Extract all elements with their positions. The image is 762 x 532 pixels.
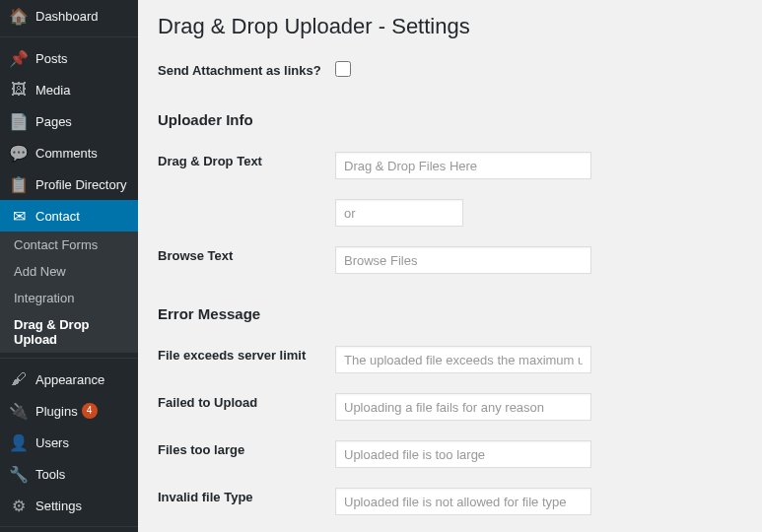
failed-upload-input[interactable] [335,393,591,421]
failed-upload-label: Failed to Upload [158,383,335,431]
plugins-icon: 🔌 [10,402,28,420]
sidebar-item-settings[interactable]: ⚙ Settings [0,490,138,521]
contact-icon: ✉ [10,207,28,225]
menu-separator [0,36,138,37]
sidebar-item-label: Users [35,435,69,450]
plugins-badge: 4 [82,403,98,419]
sidebar-item-contact[interactable]: ✉ Contact [0,200,138,232]
sidebar-item-pages[interactable]: 📄 Pages [0,105,138,137]
dashboard-icon: 🏠 [10,7,28,25]
sidebar-item-media[interactable]: 🖼 Media [0,74,138,105]
sidebar-item-label: Media [35,83,70,98]
users-icon: 👤 [10,433,28,451]
files-too-large-input[interactable] [335,440,591,468]
sidebar-item-label: Comments [35,146,98,161]
sidebar-item-tools[interactable]: 🔧 Tools [0,458,138,490]
send-attachment-checkbox[interactable] [335,61,351,77]
sidebar-item-comments[interactable]: 💬 Comments [0,137,138,168]
sidebar-item-label: Appearance [35,372,104,387]
tools-icon: 🔧 [10,465,28,483]
sidebar-item-dashboard[interactable]: 🏠 Dashboard [0,0,138,32]
sidebar-item-posts[interactable]: 📌 Posts [0,42,138,74]
drag-drop-text-input[interactable] [335,152,591,179]
exceeds-server-limit-label: File exceeds server limit [158,336,335,383]
invalid-file-type-input[interactable] [335,488,591,515]
sidebar-submenu-contact: Contact Forms Add New Integration Drag &… [0,232,138,353]
error-message-heading: Error Message [158,305,742,322]
settings-icon: ⚙ [10,497,28,514]
comments-icon: 💬 [10,144,28,162]
admin-sidebar: 🏠 Dashboard 📌 Posts 🖼 Media 📄 Pages 💬 Co… [0,0,138,532]
separator-text-input[interactable] [335,199,463,227]
sidebar-item-label: Posts [35,51,68,66]
sidebar-item-profile-directory[interactable]: 📋 Profile Directory [0,168,138,200]
media-icon: 🖼 [10,81,28,99]
sidebar-item-appearance[interactable]: 🖌 Appearance [0,364,138,395]
profile-icon: 📋 [10,175,28,193]
sidebar-item-label: Contact [35,209,80,224]
submenu-item-integration[interactable]: Integration [0,285,138,311]
invalid-file-type-label: Invalid file Type [158,478,335,525]
sidebar-item-label: Dashboard [35,9,99,24]
exceeds-server-limit-input[interactable] [335,346,591,373]
files-too-large-label: Files too large [158,431,335,478]
sidebar-item-users[interactable]: 👤 Users [0,427,138,458]
drag-drop-text-label: Drag & Drop Text [158,142,335,189]
send-attachment-label: Send Attachment as links? [158,51,335,90]
main-content: Drag & Drop Uploader - Settings Send Att… [138,0,762,532]
sidebar-item-plugins[interactable]: 🔌 Plugins 4 [0,395,138,427]
sidebar-item-label: Profile Directory [35,177,126,192]
uploader-info-heading: Uploader Info [158,111,742,128]
browse-text-input[interactable] [335,246,591,274]
sidebar-item-label: Settings [35,499,82,513]
menu-separator [0,526,138,527]
sidebar-item-label: Tools [35,467,65,482]
submenu-item-add-new[interactable]: Add New [0,258,138,285]
page-title: Drag & Drop Uploader - Settings [158,0,742,51]
sidebar-item-label: Plugins [35,404,78,419]
browse-text-label: Browse Text [158,236,335,284]
posts-icon: 📌 [10,49,28,67]
settings-form: Send Attachment as links? [158,51,742,90]
appearance-icon: 🖌 [10,370,28,388]
submenu-item-contact-forms[interactable]: Contact Forms [0,232,138,258]
sidebar-item-label: Pages [35,114,72,129]
submenu-item-drag-drop-upload[interactable]: Drag & Drop Upload [0,311,138,353]
menu-separator [0,358,138,359]
pages-icon: 📄 [10,112,28,130]
